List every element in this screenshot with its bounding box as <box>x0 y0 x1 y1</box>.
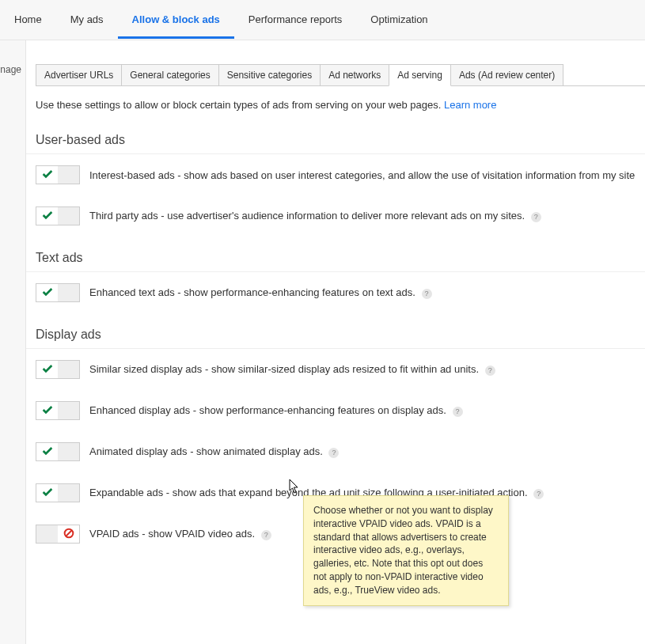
check-icon <box>36 284 58 301</box>
top-nav: Home My ads Allow & block ads Performanc… <box>0 0 645 40</box>
setting-text: Third party ads - use advertiser's audie… <box>89 210 636 222</box>
help-icon[interactable]: ? <box>328 448 339 458</box>
setting-text: Similar sized display ads - show similar… <box>89 363 636 375</box>
tab-sensitive-categories[interactable]: Sensitive categories <box>218 64 321 85</box>
setting-enhanced-display: Enhanced display ads - show performance-… <box>26 390 645 431</box>
tab-advertiser-urls[interactable]: Advertiser URLs <box>36 64 122 85</box>
help-icon[interactable]: ? <box>531 212 541 222</box>
check-icon <box>36 443 58 460</box>
intro-copy: Use these settings to allow or block cer… <box>36 99 444 111</box>
left-sidebar: nage <box>0 40 26 644</box>
svg-line-1 <box>66 530 72 536</box>
setting-similar-sized: Similar sized display ads - show similar… <box>26 349 645 390</box>
sidebar-label: nage <box>0 64 25 75</box>
section-text-ads: Text ads <box>26 237 645 272</box>
help-icon[interactable]: ? <box>453 407 463 417</box>
check-icon <box>36 166 58 184</box>
nav-performance[interactable]: Performance reports <box>234 1 357 39</box>
nav-optimization[interactable]: Optimization <box>356 1 442 39</box>
toggle-enhanced-display[interactable] <box>36 401 80 420</box>
intro-text: Use these settings to allow or block cer… <box>26 86 645 119</box>
main-content: Advertiser URLs General categories Sensi… <box>26 40 645 555</box>
setting-third-party: Third party ads - use advertiser's audie… <box>26 195 645 237</box>
tab-general-categories[interactable]: General categories <box>121 64 218 85</box>
toggle-interest-based[interactable] <box>36 165 80 184</box>
check-icon <box>36 361 58 378</box>
nav-my-ads[interactable]: My ads <box>56 1 118 39</box>
toggle-expandable[interactable] <box>36 483 80 502</box>
setting-enhanced-text: Enhanced text ads - show performance-enh… <box>26 272 645 313</box>
help-icon[interactable]: ? <box>533 489 544 499</box>
nav-allow-block[interactable]: Allow & block ads <box>118 1 234 39</box>
sub-tabs: Advertiser URLs General categories Sensi… <box>36 64 645 86</box>
block-icon <box>58 525 79 543</box>
section-display-ads: Display ads <box>26 313 645 349</box>
section-user-based: User-based ads <box>26 119 645 154</box>
setting-text: Enhanced display ads - show performance-… <box>89 404 636 416</box>
toggle-enhanced-text[interactable] <box>36 283 80 302</box>
toggle-similar-sized[interactable] <box>36 360 80 379</box>
toggle-third-party[interactable] <box>36 206 80 225</box>
nav-home[interactable]: Home <box>0 1 56 39</box>
setting-interest-based: Interest-based ads - show ads based on u… <box>26 154 645 195</box>
setting-text: Enhanced text ads - show performance-enh… <box>89 286 636 298</box>
toggle-animated-display[interactable] <box>36 442 80 461</box>
check-icon <box>36 484 58 502</box>
check-icon <box>36 207 58 225</box>
check-icon <box>36 402 58 419</box>
learn-more-link[interactable]: Learn more <box>444 99 496 111</box>
toggle-vpaid[interactable] <box>36 525 80 544</box>
tooltip: Choose whether or not you want to displa… <box>303 495 509 606</box>
tab-ads-review[interactable]: Ads (Ad review center) <box>450 64 563 85</box>
tab-ad-networks[interactable]: Ad networks <box>320 64 389 85</box>
help-icon[interactable]: ? <box>485 366 495 376</box>
setting-text: Interest-based ads - show ads based on u… <box>89 169 636 181</box>
help-icon[interactable]: ? <box>422 289 432 299</box>
tab-ad-serving[interactable]: Ad serving <box>389 64 451 86</box>
help-icon[interactable]: ? <box>261 530 271 540</box>
setting-animated-display: Animated display ads - show animated dis… <box>26 431 645 472</box>
setting-text: Animated display ads - show animated dis… <box>89 445 636 457</box>
